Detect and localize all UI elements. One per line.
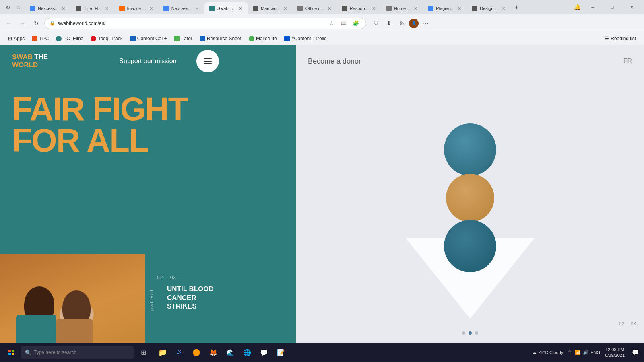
weather-widget[interactable]: ☁ 28°C Cloudy xyxy=(532,350,563,355)
tab-close-icon[interactable]: ✕ xyxy=(327,6,332,12)
site-logo: SWAB THE WORLD xyxy=(12,53,48,69)
bookmark-favicon xyxy=(56,36,62,41)
nav-support[interactable]: Support our mission xyxy=(119,58,176,65)
forward-button[interactable]: → xyxy=(17,18,28,29)
bookmark-pcelina[interactable]: PC_Elina xyxy=(53,34,87,43)
bookmark-resource[interactable]: Resource Sheet xyxy=(196,34,245,43)
tab-favicon xyxy=(30,6,35,11)
taskbar-right: ☁ 28°C Cloudy ⌃ 📶 🔊 ENG 12:03 PM 6/29/20… xyxy=(532,344,641,360)
tray-sound-icon[interactable]: 🔊 xyxy=(582,349,589,356)
more-options-icon[interactable]: ⋯ xyxy=(420,18,431,29)
taskbar-store[interactable]: 🛍 xyxy=(171,344,188,360)
taskbar-sticky[interactable]: 📝 xyxy=(273,344,289,360)
tab-tab6[interactable]: Man wo... ✕ xyxy=(248,2,293,14)
tab-favicon xyxy=(163,6,169,11)
notifications-icon[interactable]: 🔔 xyxy=(572,2,583,13)
start-button[interactable] xyxy=(3,344,19,360)
tray-language-label[interactable]: ENG xyxy=(590,350,600,355)
clock-date: 6/29/2021 xyxy=(605,352,625,358)
tab-tab1[interactable]: Nexcess... ✕ xyxy=(25,2,71,14)
circles-visualization xyxy=(296,77,644,343)
taskbar-explorer[interactable]: 📁 xyxy=(155,344,171,360)
bookmarks-bar: ⊞ Apps TPC PC_Elina Toggl Track Content … xyxy=(0,32,644,45)
tab-favicon xyxy=(297,6,303,11)
bookmark-favicon xyxy=(91,36,96,41)
extensions-icon[interactable]: 🧩 xyxy=(351,18,361,29)
clock-time: 12:03 PM xyxy=(605,347,624,352)
tab-close-icon[interactable]: ✕ xyxy=(61,6,66,12)
tab-tab9[interactable]: Home ... ✕ xyxy=(381,2,423,14)
back-button[interactable]: ← xyxy=(3,18,14,29)
tray-chevron-icon[interactable]: ⌃ xyxy=(566,349,573,356)
tab-close-icon[interactable]: ✕ xyxy=(283,6,288,12)
task-view-button[interactable]: ⊞ xyxy=(135,344,151,360)
taskbar-teams[interactable]: 💬 xyxy=(256,344,272,360)
history-back-icon[interactable]: ↻ xyxy=(3,3,13,12)
clock[interactable]: 12:03 PM 6/29/2021 xyxy=(603,347,626,358)
bookmark-trello[interactable]: #Content | Trello xyxy=(281,34,330,43)
language-switch[interactable]: FR xyxy=(623,58,632,65)
address-bar[interactable]: 🔒 swabtheworld.com/en/ ☆ 📖 🧩 xyxy=(44,18,366,29)
close-button[interactable]: ✕ xyxy=(622,0,641,14)
tab-close-icon[interactable]: ✕ xyxy=(149,6,154,12)
tab-close-icon[interactable]: ✕ xyxy=(501,6,506,12)
tab-tab2[interactable]: Title- H... ✕ xyxy=(71,2,114,14)
hero-headline: FAIR FIGHT FOR ALL xyxy=(12,93,284,156)
tab-close-icon[interactable]: ✕ xyxy=(104,6,109,12)
tab-close-icon[interactable]: ✕ xyxy=(413,6,418,12)
tab-tab3[interactable]: Invoice ... ✕ xyxy=(114,2,159,14)
no-ad-icon[interactable]: 🛡 xyxy=(370,18,382,29)
tab-tab8[interactable]: Respon... ✕ xyxy=(337,2,381,14)
taskbar-firefox[interactable]: 🦊 xyxy=(205,344,221,360)
circles-stack xyxy=(444,123,496,272)
taskbar-vlc[interactable]: 🟠 xyxy=(188,344,204,360)
menu-button[interactable] xyxy=(196,50,219,72)
taskbar-edge[interactable]: 🌊 xyxy=(222,344,238,360)
slide-info-area: patient 02— 03 UNTIL BLOODCANCERSTRIKES xyxy=(145,254,296,343)
new-tab-button[interactable]: + xyxy=(511,2,522,14)
page-content: SWAB THE WORLD Support our mission xyxy=(0,45,644,343)
settings-icon[interactable]: ⚙ xyxy=(396,18,407,29)
tab-favicon xyxy=(342,6,347,11)
history-forward-icon[interactable]: ↻ xyxy=(14,3,23,12)
tab-tab4[interactable]: Nexcess... ✕ xyxy=(159,2,204,14)
tab-close-icon[interactable]: ✕ xyxy=(238,6,243,12)
taskbar-apps: 📁 🛍 🟠 🦊 🌊 🌐 💬 📝 xyxy=(155,344,289,360)
profile-avatar[interactable]: 👤 xyxy=(409,19,419,28)
bookmark-later[interactable]: Later xyxy=(171,34,195,43)
minimize-button[interactable]: ─ xyxy=(584,0,602,14)
tab-close-icon[interactable]: ✕ xyxy=(371,6,376,12)
reading-list-button[interactable]: ☰ Reading list xyxy=(601,36,639,41)
windows-icon xyxy=(8,350,14,355)
search-bar[interactable]: 🔍 Type here to search xyxy=(21,346,134,359)
address-text: swabtheworld.com/en/ xyxy=(58,21,324,26)
maximize-button[interactable]: □ xyxy=(603,0,621,14)
search-icon: 🔍 xyxy=(25,350,31,356)
slide-dot-3[interactable] xyxy=(475,331,478,335)
bookmark-favicon xyxy=(32,36,37,41)
bookmark-tpc[interactable]: TPC xyxy=(29,34,52,43)
slide-dot-1[interactable] xyxy=(462,331,465,335)
tab-close-icon[interactable]: ✕ xyxy=(457,6,462,12)
tab-tab5[interactable]: Swab T... ✕ xyxy=(204,2,248,14)
bookmark-favicon xyxy=(174,36,180,41)
tab-tab7[interactable]: Office d... ✕ xyxy=(293,2,337,14)
slide-dot-2[interactable] xyxy=(469,331,472,335)
refresh-button[interactable]: ↻ xyxy=(31,18,42,29)
taskbar-chrome[interactable]: 🌐 xyxy=(239,344,255,360)
bookmark-toggl[interactable]: Toggl Track xyxy=(87,34,126,43)
become-donor-link[interactable]: Become a donor xyxy=(308,57,361,66)
tab-tab11[interactable]: Design ... ✕ xyxy=(467,2,511,14)
tab-tab10[interactable]: Plagiari... ✕ xyxy=(423,2,467,14)
circle-bot xyxy=(444,220,496,272)
tab-close-icon[interactable]: ✕ xyxy=(194,6,200,12)
bookmark-mailerlite[interactable]: MailerLite xyxy=(246,34,280,43)
star-icon[interactable]: ☆ xyxy=(326,18,337,29)
read-aloud-icon[interactable]: 📖 xyxy=(339,18,349,29)
hamburger-icon xyxy=(204,58,212,64)
bookmark-apps[interactable]: ⊞ Apps xyxy=(5,34,28,43)
bookmark-contentcal[interactable]: Content Cal + xyxy=(127,34,170,43)
notification-button[interactable]: 💬 xyxy=(630,344,641,360)
tray-network-icon[interactable]: 📶 xyxy=(574,349,581,356)
download-icon[interactable]: ⬇ xyxy=(383,18,394,29)
